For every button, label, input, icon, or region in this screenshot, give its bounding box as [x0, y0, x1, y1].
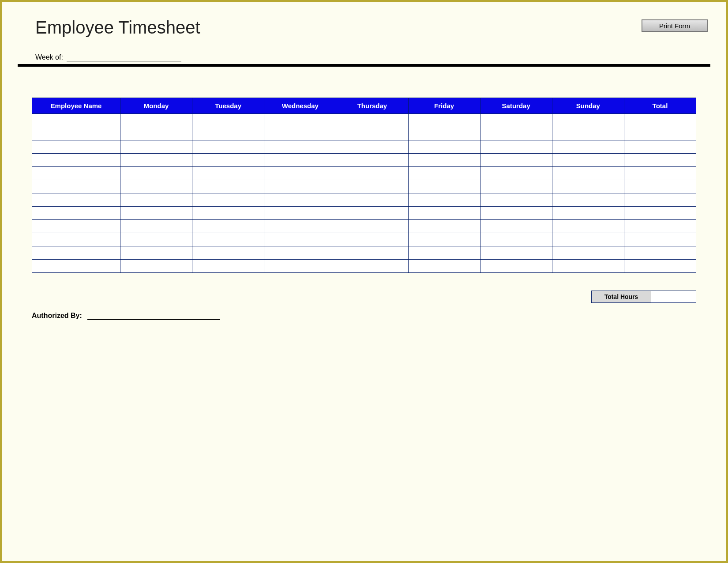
cell[interactable]: [408, 180, 480, 193]
cell[interactable]: [336, 233, 408, 246]
cell[interactable]: [408, 207, 480, 220]
cell[interactable]: [264, 246, 336, 260]
cell[interactable]: [192, 167, 264, 180]
cell[interactable]: [552, 114, 624, 127]
cell[interactable]: [480, 127, 552, 140]
cell[interactable]: [32, 127, 120, 140]
cell[interactable]: [408, 246, 480, 260]
cell[interactable]: [336, 167, 408, 180]
cell[interactable]: [552, 167, 624, 180]
cell[interactable]: [120, 260, 192, 273]
cell[interactable]: [624, 154, 696, 167]
cell[interactable]: [336, 193, 408, 207]
cell[interactable]: [624, 246, 696, 260]
cell[interactable]: [408, 127, 480, 140]
cell[interactable]: [32, 167, 120, 180]
cell[interactable]: [192, 154, 264, 167]
cell[interactable]: [480, 154, 552, 167]
cell[interactable]: [120, 220, 192, 233]
cell[interactable]: [264, 220, 336, 233]
cell[interactable]: [552, 193, 624, 207]
cell[interactable]: [192, 140, 264, 154]
cell[interactable]: [336, 207, 408, 220]
cell[interactable]: [32, 260, 120, 273]
cell[interactable]: [552, 180, 624, 193]
cell[interactable]: [264, 154, 336, 167]
cell[interactable]: [120, 246, 192, 260]
cell[interactable]: [192, 246, 264, 260]
cell[interactable]: [624, 220, 696, 233]
cell[interactable]: [336, 180, 408, 193]
total-hours-value[interactable]: [651, 291, 696, 303]
cell[interactable]: [32, 246, 120, 260]
cell[interactable]: [32, 220, 120, 233]
cell[interactable]: [336, 154, 408, 167]
cell[interactable]: [624, 114, 696, 127]
cell[interactable]: [408, 167, 480, 180]
cell[interactable]: [408, 233, 480, 246]
cell[interactable]: [480, 260, 552, 273]
cell[interactable]: [336, 246, 408, 260]
cell[interactable]: [408, 140, 480, 154]
cell[interactable]: [336, 140, 408, 154]
cell[interactable]: [408, 260, 480, 273]
cell[interactable]: [192, 193, 264, 207]
cell[interactable]: [480, 207, 552, 220]
cell[interactable]: [336, 260, 408, 273]
cell[interactable]: [552, 127, 624, 140]
cell[interactable]: [336, 114, 408, 127]
cell[interactable]: [192, 180, 264, 193]
cell[interactable]: [336, 220, 408, 233]
cell[interactable]: [624, 180, 696, 193]
cell[interactable]: [264, 167, 336, 180]
cell[interactable]: [32, 207, 120, 220]
cell[interactable]: [264, 114, 336, 127]
cell[interactable]: [120, 180, 192, 193]
cell[interactable]: [480, 233, 552, 246]
cell[interactable]: [552, 140, 624, 154]
cell[interactable]: [264, 180, 336, 193]
cell[interactable]: [480, 140, 552, 154]
cell[interactable]: [32, 154, 120, 167]
cell[interactable]: [192, 207, 264, 220]
cell[interactable]: [480, 114, 552, 127]
cell[interactable]: [120, 207, 192, 220]
cell[interactable]: [624, 193, 696, 207]
cell[interactable]: [32, 193, 120, 207]
cell[interactable]: [120, 114, 192, 127]
cell[interactable]: [264, 207, 336, 220]
cell[interactable]: [408, 193, 480, 207]
cell[interactable]: [408, 114, 480, 127]
cell[interactable]: [552, 154, 624, 167]
cell[interactable]: [32, 180, 120, 193]
cell[interactable]: [480, 167, 552, 180]
cell[interactable]: [192, 220, 264, 233]
cell[interactable]: [552, 260, 624, 273]
cell[interactable]: [264, 260, 336, 273]
cell[interactable]: [120, 233, 192, 246]
cell[interactable]: [480, 180, 552, 193]
authorized-by-input-line[interactable]: [87, 314, 220, 320]
cell[interactable]: [552, 207, 624, 220]
cell[interactable]: [552, 246, 624, 260]
cell[interactable]: [624, 260, 696, 273]
cell[interactable]: [480, 193, 552, 207]
cell[interactable]: [120, 193, 192, 207]
week-of-input-line[interactable]: [67, 55, 181, 61]
cell[interactable]: [336, 127, 408, 140]
cell[interactable]: [552, 233, 624, 246]
cell[interactable]: [624, 127, 696, 140]
cell[interactable]: [32, 233, 120, 246]
cell[interactable]: [480, 246, 552, 260]
cell[interactable]: [264, 233, 336, 246]
cell[interactable]: [264, 127, 336, 140]
cell[interactable]: [192, 260, 264, 273]
cell[interactable]: [408, 220, 480, 233]
cell[interactable]: [120, 140, 192, 154]
cell[interactable]: [624, 167, 696, 180]
print-form-button[interactable]: Print Form: [642, 19, 708, 32]
cell[interactable]: [192, 114, 264, 127]
cell[interactable]: [408, 154, 480, 167]
cell[interactable]: [624, 207, 696, 220]
cell[interactable]: [624, 233, 696, 246]
